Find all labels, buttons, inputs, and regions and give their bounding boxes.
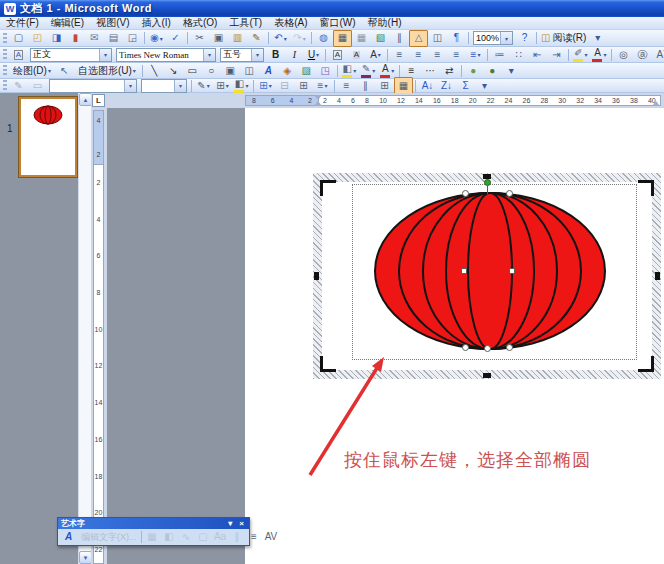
eraser-button[interactable]: ▭ <box>28 77 47 94</box>
distribute-columns-evenly-button[interactable]: ∥ <box>356 77 375 94</box>
phonetic-guide-button[interactable]: ◎ <box>614 46 633 63</box>
wordart-gallery-button[interactable]: ▦ <box>144 530 161 545</box>
cell-alignment-button[interactable]: ≡▾ <box>313 77 332 94</box>
canvas-resize-handle-right[interactable] <box>655 272 660 280</box>
style-combobox[interactable]: 正文 ▾ <box>30 48 112 62</box>
center-button[interactable]: ≡ <box>409 46 428 63</box>
distribute-rows-evenly-button[interactable]: ≡ <box>337 77 356 94</box>
lantern-shape[interactable] <box>322 182 652 370</box>
bullets-button[interactable]: ∷ <box>509 46 528 63</box>
wordart-toolbar-titlebar[interactable]: 艺术字 ▾ × <box>58 518 249 529</box>
wordart-toolbar[interactable]: 艺术字 ▾ × A编辑文字(X)...▦◧∿▢Aa∥≡AV <box>57 517 250 546</box>
shading-color-button[interactable]: ◧▾ <box>232 77 251 94</box>
menu-help[interactable]: 帮助(H) <box>362 17 408 29</box>
resize-handle[interactable] <box>484 345 491 352</box>
resize-handle[interactable] <box>506 190 513 197</box>
autofit-button[interactable]: ⊞ <box>375 77 394 94</box>
merge-cells-button[interactable]: ⊟ <box>275 77 294 94</box>
character-shading-button[interactable]: A <box>347 46 366 63</box>
menu-view[interactable]: 视图(V) <box>90 17 135 29</box>
open-button[interactable]: ◰ <box>28 30 47 47</box>
text-wrapping-button[interactable]: ▢ <box>195 530 212 545</box>
draw-table-button[interactable]: ✎ <box>9 77 28 94</box>
dropdown-arrow-icon[interactable]: ▾ <box>500 32 512 44</box>
save-button[interactable]: ◨ <box>47 30 66 47</box>
microsoft-word-help-button[interactable]: ? <box>515 30 534 47</box>
distributed-button[interactable]: ≡ <box>447 46 466 63</box>
line-weight-combobox[interactable]: ▾ <box>141 79 187 93</box>
line-style-combobox[interactable]: ▾ <box>49 79 137 93</box>
page-thumbnail[interactable] <box>19 97 77 177</box>
document-map-button[interactable]: ◫ <box>428 30 447 47</box>
undo-button[interactable]: ↶▾ <box>271 30 290 47</box>
styles-and-formatting-button[interactable]: A <box>9 46 28 63</box>
font-combobox[interactable]: Times New Roman ▾ <box>116 48 216 62</box>
email-button[interactable]: ✉ <box>85 30 104 47</box>
line-spacing-button[interactable]: ≡▾ <box>466 46 485 63</box>
resize-handle[interactable] <box>461 268 467 274</box>
new-blank-document-button[interactable]: ▢ <box>9 30 28 47</box>
autosum-button[interactable]: Σ <box>456 77 475 94</box>
underline-button[interactable]: U▾ <box>304 46 323 63</box>
drawing-button[interactable]: △ <box>409 30 428 47</box>
arrow-button[interactable]: ↘ <box>164 62 183 79</box>
font-size-combobox[interactable]: 五号 ▾ <box>220 48 264 62</box>
show-hide-marks-button[interactable]: ¶ <box>447 30 466 47</box>
spelling-and-grammar-button[interactable]: ✓ <box>166 30 185 47</box>
tables-and-borders-button[interactable]: ▦ <box>333 30 352 47</box>
highlight-button[interactable]: ✐▾ <box>571 46 590 63</box>
dropdown-arrow-icon[interactable]: ▾ <box>99 49 111 61</box>
resize-handle[interactable] <box>509 268 515 274</box>
sort-descending-button[interactable]: Z↓ <box>437 77 456 94</box>
menu-window[interactable]: 窗口(W) <box>314 17 362 29</box>
bold-button[interactable]: B <box>266 46 285 63</box>
dropdown-arrow-icon[interactable]: ▾ <box>203 49 215 61</box>
split-cells-button[interactable]: ⊞ <box>294 77 313 94</box>
columns-button[interactable]: ∥ <box>390 30 409 47</box>
numbering-button[interactable]: ≔ <box>490 46 509 63</box>
align-right-button[interactable]: ≡ <box>428 46 447 63</box>
sort-ascending-button[interactable]: A↓ <box>418 77 437 94</box>
print-button[interactable]: ▤ <box>104 30 123 47</box>
close-icon[interactable]: × <box>237 520 246 528</box>
dropdown-arrow-icon[interactable]: ▾ <box>124 80 136 92</box>
menu-tools[interactable]: 工具(T) <box>223 17 268 29</box>
insert-hyperlink-button[interactable]: ◍ <box>314 30 333 47</box>
read-button[interactable]: ◫阅读(R) <box>539 30 588 47</box>
print-preview-button[interactable]: ◲ <box>123 30 142 47</box>
toolbar-grip[interactable] <box>3 80 7 91</box>
thumbnails-scrollbar[interactable]: ▲ ▼ <box>78 93 91 564</box>
canvas-resize-handle-left[interactable] <box>314 272 319 280</box>
resize-handle[interactable] <box>506 344 513 351</box>
copy-button[interactable]: ▣ <box>209 30 228 47</box>
enclose-characters-button[interactable]: ⓐ <box>633 46 652 63</box>
toolbar-grip[interactable] <box>3 65 7 76</box>
rotate-handle[interactable] <box>484 179 491 186</box>
permission-button[interactable]: ▮ <box>66 30 85 47</box>
table-autoformat-button[interactable]: ▦ <box>394 77 413 94</box>
toolbar-options-button[interactable]: ▾ <box>502 62 521 79</box>
wordart-shape-button[interactable]: ∿ <box>178 530 195 545</box>
menu-file[interactable]: 文件(F) <box>0 17 45 29</box>
outside-border-button[interactable]: ⊞▾ <box>213 77 232 94</box>
format-wordart-button[interactable]: ◧ <box>161 530 178 545</box>
insert-wordart-button[interactable]: A <box>60 530 77 545</box>
redo-button[interactable]: ↷▾ <box>290 30 309 47</box>
insert-table-menu-button[interactable]: ⊞▾ <box>256 77 275 94</box>
toolbar-grip[interactable] <box>3 49 7 60</box>
paste-button[interactable]: ▥ <box>228 30 247 47</box>
menu-insert[interactable]: 插入(I) <box>135 17 176 29</box>
tab-stop-selector[interactable]: L <box>92 94 105 107</box>
dropdown-arrow-icon[interactable]: ▾ <box>251 49 263 61</box>
insert-excel-worksheet-button[interactable]: ▧ <box>371 30 390 47</box>
wordart-same-letter-heights-button[interactable]: Aa <box>212 530 229 545</box>
border-color-button[interactable]: ✎▾ <box>194 77 213 94</box>
zoom-combobox[interactable]: 100% ▾ <box>473 31 513 45</box>
character-scaling-button[interactable]: A▾ <box>366 46 385 63</box>
dropdown-arrow-icon[interactable]: ▾ <box>174 80 186 92</box>
wordart-alignment-button[interactable]: ≡ <box>246 530 263 545</box>
toolbar-menu-arrow-icon[interactable]: ▾ <box>226 520 234 528</box>
font-color-button[interactable]: A▾ <box>590 46 609 63</box>
align-left-button[interactable]: ≡ <box>390 46 409 63</box>
resize-handle[interactable] <box>462 344 469 351</box>
